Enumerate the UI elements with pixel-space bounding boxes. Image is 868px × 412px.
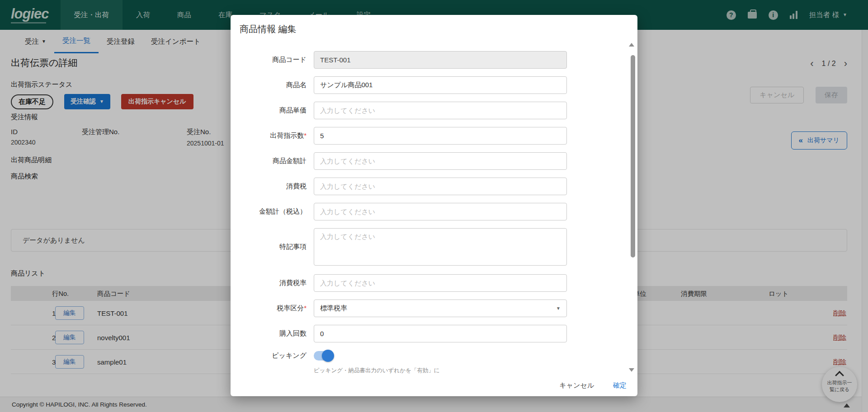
tax-input[interactable]	[314, 178, 567, 195]
picking-toggle[interactable]	[314, 351, 333, 360]
field-tax-rate: 消費税率	[231, 274, 579, 292]
field-unit-price: 商品単価	[231, 102, 579, 119]
required-asterisk: *	[304, 304, 307, 312]
modal-cancel-button[interactable]: キャンセル	[559, 381, 594, 390]
picking-hint: ピッキング・納品書出力のいずれかを「有効」に	[314, 367, 440, 375]
tax-class-select[interactable]: 標準税率 ▼	[314, 300, 567, 317]
field-ship-qty: 出荷指示数*	[231, 127, 579, 145]
field-product-code: 商品コード	[231, 51, 579, 69]
unit-price-input[interactable]	[314, 102, 567, 119]
modal-title: 商品情報 編集	[240, 23, 297, 35]
amount-input[interactable]	[314, 152, 567, 170]
field-picking: ピッキング ピッキング・納品書出力のいずれかを「有効」に	[231, 350, 579, 375]
field-total: 金額計（税込）	[231, 203, 579, 220]
field-product-name: 商品名	[231, 76, 579, 94]
ship-qty-input[interactable]	[314, 127, 567, 145]
modal-scrollbar-thumb[interactable]	[631, 55, 635, 258]
field-purchases: 購入回数	[231, 325, 579, 342]
modal-footer: キャンセル 確定	[559, 381, 627, 390]
toggle-knob	[322, 350, 334, 362]
product-code-input	[314, 51, 567, 69]
modal-confirm-button[interactable]: 確定	[613, 381, 627, 390]
modal-scroll-down-icon[interactable]	[629, 368, 634, 372]
purchases-input[interactable]	[314, 325, 567, 342]
product-name-input[interactable]	[314, 76, 567, 94]
modal-scroll-up-icon[interactable]	[629, 43, 634, 47]
notes-textarea[interactable]	[314, 228, 567, 266]
required-asterisk: *	[304, 131, 307, 139]
chevron-down-icon: ▼	[556, 306, 561, 311]
field-tax: 消費税	[231, 178, 579, 195]
total-input[interactable]	[314, 203, 567, 220]
field-amount: 商品金額計	[231, 152, 579, 170]
tax-rate-input[interactable]	[314, 274, 567, 292]
field-tax-class: 税率区分* 標準税率 ▼	[231, 300, 579, 317]
field-notes: 特記事項	[231, 228, 579, 266]
product-edit-modal: 商品情報 編集 商品コード 商品名 商品単価 出荷指示数* 商品金額計 消費税 …	[231, 15, 637, 396]
